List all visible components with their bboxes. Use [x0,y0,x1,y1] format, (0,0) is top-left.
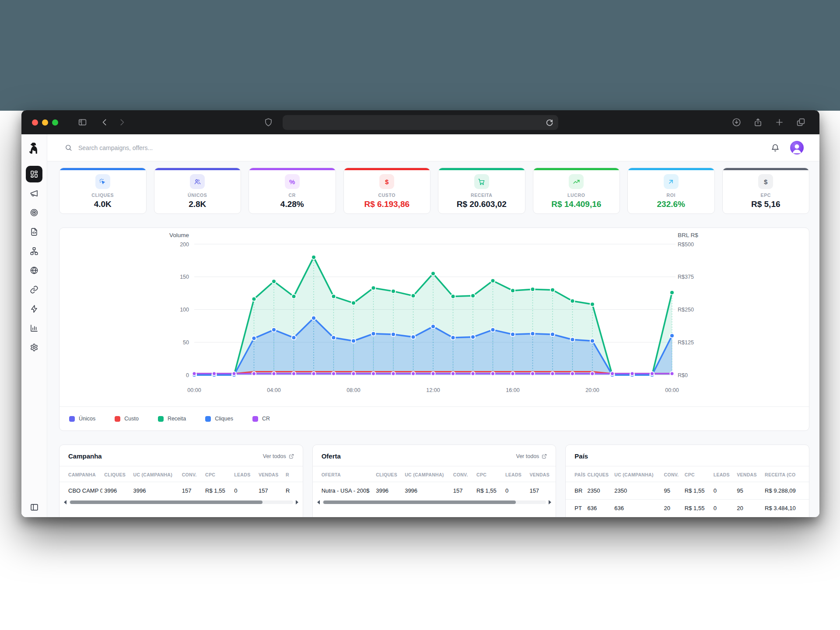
ver-todos-link[interactable]: Ver todos [263,453,294,459]
kpi-label: CR [289,192,296,198]
chart-legend: ÚnicosCustoReceitaCliquesCR [60,406,809,430]
sidebar-item-reports[interactable] [21,318,47,338]
table-row[interactable]: CBO CAMP 0239963996157R$ 1,550157R [60,482,303,500]
table-cell: 2350 [612,482,662,500]
legend-label: CR [262,416,270,422]
url-bar[interactable] [283,115,558,130]
kpi-card-roi: ROI232.6% [627,168,715,214]
dollar-icon: $ [379,174,394,189]
sidebar-item-active-tile [26,166,42,182]
sidebar-collapse-icon[interactable] [30,503,39,512]
legend-item-custo[interactable]: Custo [115,416,139,422]
kpi-value: 4.28% [280,200,304,209]
scrollbar-thumb[interactable] [323,500,516,504]
traffic-lights [32,119,62,126]
column-header: OFERTA [313,466,374,482]
dashboard-content: CLIQUES4.0KÚNICOS2.8K%CR4.28%$CUSTOR$ 6.… [47,161,819,517]
horizontal-scrollbar[interactable] [60,499,303,508]
scrollbar-thumb[interactable] [70,500,262,504]
forward-icon[interactable] [117,118,126,127]
sidebar-item-offers[interactable] [21,203,47,222]
topbar [47,134,819,161]
minimize-button[interactable] [42,119,48,126]
table-cell: 95 [662,482,683,500]
scroll-left-arrow[interactable] [64,500,66,504]
kpi-icon-tile [190,174,205,189]
sidebar-item-links[interactable] [21,280,47,299]
grid-icon [30,170,38,178]
search-input[interactable] [78,144,297,151]
kpi-card-únicos: ÚNICOS2.8K [154,168,242,214]
table-row[interactable]: Nutra - USA - 200$39963996157R$ 1,550157 [313,482,556,500]
kpi-accent-strip [154,168,241,170]
scrollbar-track[interactable] [69,500,293,504]
table-cell: 3996 [132,482,180,500]
table-cell: 0 [232,482,257,500]
new-tab-icon[interactable] [775,118,784,127]
sidebar-item-domains[interactable] [21,261,47,280]
avatar[interactable] [790,141,804,154]
cart-icon [478,178,485,186]
sidebar-item-flows[interactable] [21,242,47,261]
sidebar-item-automation[interactable] [21,299,47,318]
percent-icon: % [285,174,300,189]
kpi-value: 232.6% [657,200,685,209]
column-header: UC (CAMPANHA) [132,466,180,482]
svg-text:R$500: R$500 [678,242,694,248]
legend-item-receita[interactable]: Receita [158,416,186,422]
close-button[interactable] [32,119,38,126]
sidebar-toggle-icon[interactable] [78,118,87,127]
ver-todos-link[interactable]: Ver todos [516,453,547,459]
table-row[interactable]: BR2350235095R$ 1,55095R$ 9.288,09 [566,482,809,500]
kpi-label: ÚNICOS [188,192,207,198]
sidebar-item-campaigns[interactable] [21,184,47,203]
table-cell: 3996 [403,482,452,500]
legend-label: Receita [168,416,186,422]
scroll-left-arrow[interactable] [317,500,320,504]
table-cell: R$ 3.484,10 [763,500,809,517]
sidebar-item-settings[interactable] [21,338,47,357]
legend-item-cr[interactable]: CR [252,416,270,422]
table-cell: 157 [180,482,203,500]
kpi-icon-tile [664,174,679,189]
shield-icon[interactable] [264,118,273,127]
table-cell: 157 [452,482,475,500]
kpi-accent-strip [438,168,525,170]
kpi-value: R$ 6.193,86 [364,200,410,209]
table-title: País [574,452,588,460]
bell-icon[interactable] [771,144,780,152]
legend-item-únicos[interactable]: Únicos [69,416,95,422]
kpi-value: 2.8K [189,200,206,209]
reload-icon[interactable] [545,118,554,127]
scroll-right-arrow[interactable] [549,500,551,504]
table-cell: PT [566,500,585,517]
sidebar-item-dashboard[interactable] [21,164,47,184]
zoom-button[interactable] [52,119,58,126]
dollar-icon: $ [758,174,773,189]
back-icon[interactable] [100,118,109,127]
kpi-icon-tile [95,174,110,189]
column-header: VENDAS [735,466,763,482]
search-bar[interactable] [65,144,771,151]
download-icon[interactable] [732,118,741,127]
sidebar-item-landers[interactable] [21,222,47,242]
legend-swatch [115,416,120,422]
kpi-card-lucro: LUCROR$ 14.409,16 [533,168,620,214]
kpi-label: ROI [667,192,676,198]
table-title: Oferta [322,452,341,460]
table-row[interactable]: PT63663620R$ 1,55020R$ 3.484,10 [566,500,809,517]
legend-item-cliques[interactable]: Cliques [205,416,233,422]
column-header: CAMPANHA [60,466,102,482]
column-header: CPC [475,466,504,482]
horizontal-scrollbar[interactable] [313,499,556,508]
app-logo[interactable] [21,134,47,161]
scrollbar-track[interactable] [322,500,546,504]
kpi-card-custo: $CUSTOR$ 6.193,86 [343,168,431,214]
share-icon[interactable] [753,118,763,127]
tab-overview-icon[interactable] [796,118,805,127]
column-header: CPC [203,466,232,482]
scroll-right-arrow[interactable] [296,500,298,504]
table-cell: 95 [735,482,763,500]
ver-todos-label: Ver todos [516,453,539,459]
file-code-icon [30,228,38,236]
